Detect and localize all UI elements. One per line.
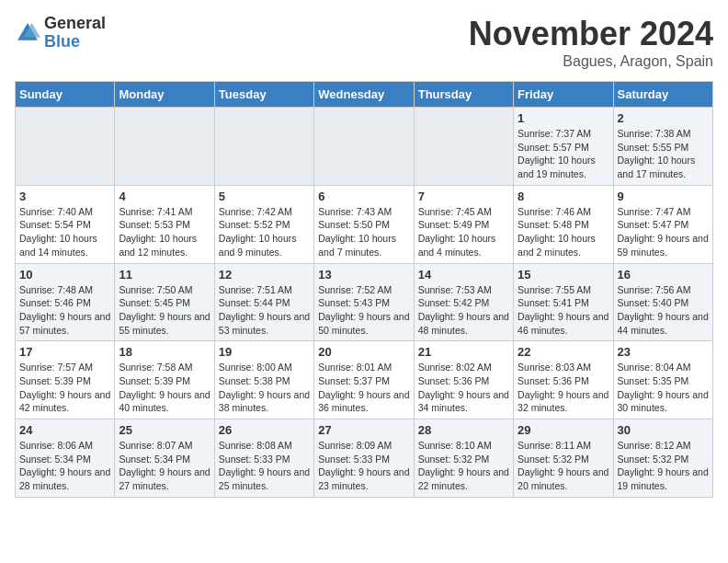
- day-number: 27: [318, 423, 409, 437]
- calendar-cell: [314, 108, 414, 186]
- day-number: 8: [518, 190, 609, 203]
- calendar-cell: 30Sunrise: 8:12 AM Sunset: 5:32 PM Dayli…: [613, 419, 712, 498]
- weekday-header-monday: Monday: [115, 82, 214, 108]
- day-number: 12: [219, 268, 310, 282]
- day-number: 13: [318, 268, 409, 282]
- calendar-cell: 6Sunrise: 7:43 AM Sunset: 5:50 PM Daylig…: [314, 185, 414, 263]
- day-number: 22: [518, 345, 609, 359]
- day-number: 9: [618, 190, 709, 203]
- calendar-table: SundayMondayTuesdayWednesdayThursdayFrid…: [15, 81, 713, 498]
- calendar-cell: 9Sunrise: 7:47 AM Sunset: 5:47 PM Daylig…: [613, 185, 712, 263]
- calendar-cell: 5Sunrise: 7:42 AM Sunset: 5:52 PM Daylig…: [214, 185, 313, 263]
- weekday-header-tuesday: Tuesday: [214, 82, 313, 108]
- day-info: Sunrise: 7:53 AM Sunset: 5:42 PM Dayligh…: [418, 283, 509, 338]
- day-info: Sunrise: 7:40 AM Sunset: 5:54 PM Dayligh…: [19, 205, 110, 259]
- month-title: November 2024: [469, 15, 713, 53]
- calendar-cell: 17Sunrise: 7:57 AM Sunset: 5:39 PM Dayli…: [16, 341, 115, 419]
- day-info: Sunrise: 8:06 AM Sunset: 5:34 PM Dayligh…: [19, 439, 110, 493]
- calendar-cell: 25Sunrise: 8:07 AM Sunset: 5:34 PM Dayli…: [115, 419, 214, 498]
- day-number: 10: [19, 268, 110, 282]
- calendar-cell: 27Sunrise: 8:09 AM Sunset: 5:33 PM Dayli…: [314, 419, 414, 498]
- day-info: Sunrise: 7:38 AM Sunset: 5:55 PM Dayligh…: [618, 127, 709, 181]
- day-info: Sunrise: 8:02 AM Sunset: 5:36 PM Dayligh…: [418, 361, 509, 415]
- logo: General Blue: [15, 15, 106, 52]
- day-info: Sunrise: 8:09 AM Sunset: 5:33 PM Dayligh…: [318, 439, 409, 493]
- day-number: 4: [119, 190, 210, 203]
- calendar-cell: 3Sunrise: 7:40 AM Sunset: 5:54 PM Daylig…: [16, 185, 115, 263]
- day-info: Sunrise: 7:43 AM Sunset: 5:50 PM Dayligh…: [318, 205, 409, 259]
- weekday-header-wednesday: Wednesday: [314, 82, 414, 108]
- page: General Blue November 2024 Bagues, Arago…: [0, 0, 728, 512]
- day-number: 28: [418, 423, 509, 437]
- day-number: 5: [219, 190, 310, 203]
- calendar-cell: [115, 108, 214, 186]
- day-number: 19: [219, 345, 310, 359]
- day-number: 16: [618, 268, 709, 282]
- day-info: Sunrise: 7:50 AM Sunset: 5:45 PM Dayligh…: [119, 283, 210, 338]
- logo-icon: [15, 20, 40, 46]
- day-number: 29: [518, 423, 609, 437]
- calendar-cell: 26Sunrise: 8:08 AM Sunset: 5:33 PM Dayli…: [214, 419, 313, 498]
- calendar-cell: 12Sunrise: 7:51 AM Sunset: 5:44 PM Dayli…: [214, 263, 313, 341]
- calendar-cell: 14Sunrise: 7:53 AM Sunset: 5:42 PM Dayli…: [414, 263, 513, 341]
- day-info: Sunrise: 7:52 AM Sunset: 5:43 PM Dayligh…: [318, 283, 409, 338]
- calendar-week-row: 24Sunrise: 8:06 AM Sunset: 5:34 PM Dayli…: [16, 419, 713, 498]
- weekday-header-sunday: Sunday: [16, 82, 115, 108]
- calendar-week-row: 10Sunrise: 7:48 AM Sunset: 5:46 PM Dayli…: [16, 263, 713, 341]
- day-number: 23: [618, 345, 709, 359]
- day-number: 24: [19, 423, 110, 437]
- day-info: Sunrise: 7:41 AM Sunset: 5:53 PM Dayligh…: [119, 205, 210, 259]
- day-number: 1: [518, 111, 609, 125]
- day-info: Sunrise: 8:04 AM Sunset: 5:35 PM Dayligh…: [618, 361, 709, 415]
- day-info: Sunrise: 7:47 AM Sunset: 5:47 PM Dayligh…: [618, 205, 709, 259]
- day-number: 7: [418, 190, 509, 203]
- day-number: 11: [119, 268, 210, 282]
- logo-general: General: [44, 15, 106, 33]
- day-info: Sunrise: 7:45 AM Sunset: 5:49 PM Dayligh…: [418, 205, 509, 259]
- day-info: Sunrise: 8:12 AM Sunset: 5:32 PM Dayligh…: [618, 439, 709, 493]
- calendar-week-row: 1Sunrise: 7:37 AM Sunset: 5:57 PM Daylig…: [16, 108, 713, 186]
- weekday-header-thursday: Thursday: [414, 82, 513, 108]
- day-info: Sunrise: 8:08 AM Sunset: 5:33 PM Dayligh…: [219, 439, 310, 493]
- day-info: Sunrise: 7:55 AM Sunset: 5:41 PM Dayligh…: [518, 283, 609, 338]
- calendar-cell: 4Sunrise: 7:41 AM Sunset: 5:53 PM Daylig…: [115, 185, 214, 263]
- calendar-cell: 29Sunrise: 8:11 AM Sunset: 5:32 PM Dayli…: [514, 419, 613, 498]
- calendar-cell: 1Sunrise: 7:37 AM Sunset: 5:57 PM Daylig…: [514, 108, 613, 186]
- day-number: 18: [119, 345, 210, 359]
- calendar-cell: 2Sunrise: 7:38 AM Sunset: 5:55 PM Daylig…: [613, 108, 712, 186]
- calendar-cell: 18Sunrise: 7:58 AM Sunset: 5:39 PM Dayli…: [115, 341, 214, 419]
- day-info: Sunrise: 8:03 AM Sunset: 5:36 PM Dayligh…: [518, 361, 609, 415]
- calendar-cell: 21Sunrise: 8:02 AM Sunset: 5:36 PM Dayli…: [414, 341, 513, 419]
- calendar-cell: [414, 108, 513, 186]
- day-number: 6: [318, 190, 409, 203]
- calendar-cell: 22Sunrise: 8:03 AM Sunset: 5:36 PM Dayli…: [514, 341, 613, 419]
- calendar-cell: 23Sunrise: 8:04 AM Sunset: 5:35 PM Dayli…: [613, 341, 712, 419]
- day-info: Sunrise: 7:56 AM Sunset: 5:40 PM Dayligh…: [618, 283, 709, 338]
- day-info: Sunrise: 8:07 AM Sunset: 5:34 PM Dayligh…: [119, 439, 210, 493]
- calendar-cell: 15Sunrise: 7:55 AM Sunset: 5:41 PM Dayli…: [514, 263, 613, 341]
- calendar-cell: 13Sunrise: 7:52 AM Sunset: 5:43 PM Dayli…: [314, 263, 414, 341]
- day-number: 21: [418, 345, 509, 359]
- day-number: 25: [119, 423, 210, 437]
- day-info: Sunrise: 7:57 AM Sunset: 5:39 PM Dayligh…: [19, 361, 110, 415]
- day-info: Sunrise: 7:37 AM Sunset: 5:57 PM Dayligh…: [518, 127, 609, 181]
- day-number: 30: [618, 423, 709, 437]
- calendar-cell: 11Sunrise: 7:50 AM Sunset: 5:45 PM Dayli…: [115, 263, 214, 341]
- day-number: 15: [518, 268, 609, 282]
- calendar-cell: 7Sunrise: 7:45 AM Sunset: 5:49 PM Daylig…: [414, 185, 513, 263]
- title-area: November 2024 Bagues, Aragon, Spain: [469, 15, 713, 70]
- calendar-week-row: 3Sunrise: 7:40 AM Sunset: 5:54 PM Daylig…: [16, 185, 713, 263]
- calendar-cell: 20Sunrise: 8:01 AM Sunset: 5:37 PM Dayli…: [314, 341, 414, 419]
- day-info: Sunrise: 8:11 AM Sunset: 5:32 PM Dayligh…: [518, 439, 609, 493]
- calendar-cell: [16, 108, 115, 186]
- day-info: Sunrise: 8:01 AM Sunset: 5:37 PM Dayligh…: [318, 361, 409, 415]
- day-info: Sunrise: 8:10 AM Sunset: 5:32 PM Dayligh…: [418, 439, 509, 493]
- calendar-cell: 8Sunrise: 7:46 AM Sunset: 5:48 PM Daylig…: [514, 185, 613, 263]
- day-number: 20: [318, 345, 409, 359]
- calendar-cell: 28Sunrise: 8:10 AM Sunset: 5:32 PM Dayli…: [414, 419, 513, 498]
- day-number: 14: [418, 268, 509, 282]
- day-info: Sunrise: 7:58 AM Sunset: 5:39 PM Dayligh…: [119, 361, 210, 415]
- day-info: Sunrise: 7:51 AM Sunset: 5:44 PM Dayligh…: [219, 283, 310, 338]
- calendar-cell: 24Sunrise: 8:06 AM Sunset: 5:34 PM Dayli…: [16, 419, 115, 498]
- day-info: Sunrise: 7:48 AM Sunset: 5:46 PM Dayligh…: [19, 283, 110, 338]
